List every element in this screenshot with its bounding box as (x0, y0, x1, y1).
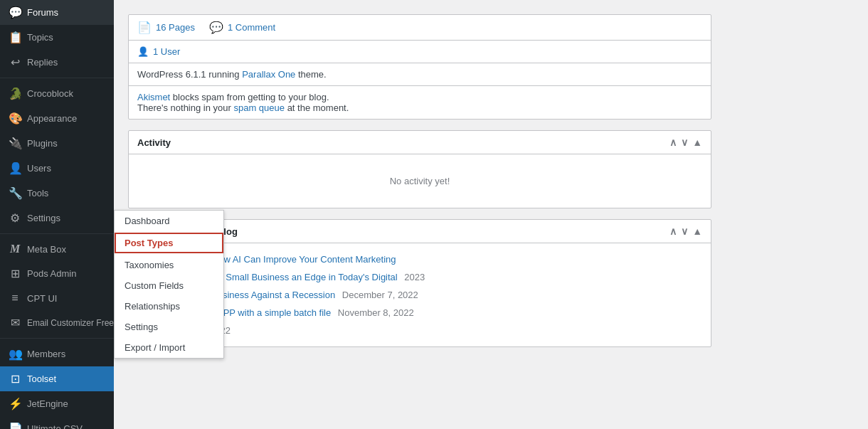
close-icon[interactable]: ▲ (692, 137, 702, 148)
no-activity-message: No activity yet! (129, 154, 711, 208)
sidebar-item-appearance[interactable]: 🎨 Appearance (0, 106, 114, 131)
akismet-info: Akismet blocks spam from getting to your… (129, 86, 711, 119)
users-icon: 👤 (9, 161, 21, 175)
sidebar-item-label: Email Customizer Free (27, 318, 114, 328)
sidebar-item-label: Pods Admin (27, 268, 76, 279)
toolset-icon: ⊡ (9, 372, 21, 386)
sidebar-item-toolset[interactable]: ⊡ Toolset (0, 366, 114, 391)
sidebar-item-label: Topics (27, 32, 53, 43)
sidebar-item-users[interactable]: 👤 Users (0, 156, 114, 181)
sidebar-item-podsadmin[interactable]: ⊞ Pods Admin (0, 261, 114, 286)
members-icon: 👥 (9, 347, 21, 361)
collapse-up-icon[interactable]: ∧ (669, 137, 677, 148)
right-panel (726, 0, 868, 429)
sidebar-item-label: Replies (27, 57, 58, 68)
spam-queue-link[interactable]: spam queue (233, 102, 285, 113)
sidebar-item-label: Members (27, 349, 65, 359)
sidebar-item-metabox[interactable]: M Meta Box (0, 237, 114, 261)
at-glance-card: 📄 16 Pages 💬 1 Comment 👤 1 User WordPres… (128, 14, 711, 120)
dropdown-item-dashboard[interactable]: Dashboard (115, 211, 223, 231)
sidebar-item-label: CPT UI (27, 293, 57, 304)
sidebar-item-label: JetEngine (27, 398, 68, 409)
forums-icon: 💬 (9, 6, 21, 19)
theme-link[interactable]: Parallax One (242, 69, 295, 80)
dropdown-item-settings[interactable]: Settings (115, 317, 223, 337)
activity-card-header: Activity ∧ ∨ ▲ (129, 131, 711, 154)
sidebar-item-label: Ultimate CSV (27, 423, 83, 429)
emailcustomizer-icon: ✉ (9, 316, 21, 329)
crocoblock-icon: 🐊 (9, 87, 21, 100)
wp-info: WordPress 6.1.1 running Parallax One the… (129, 63, 711, 85)
settings-icon: ⚙ (9, 211, 21, 225)
sidebar-item-crocoblock[interactable]: 🐊 Crocoblock (0, 81, 114, 106)
sidebar-item-settings[interactable]: ⚙ Settings (0, 206, 114, 231)
sidebar-item-label: Meta Box (27, 244, 66, 255)
sidebar-item-label: Tools (27, 188, 48, 198)
collapse-down-icon[interactable]: ∨ (681, 226, 688, 237)
sidebar-item-label: Settings (27, 213, 60, 223)
sidebar-item-plugins[interactable]: 🔌 Plugins (0, 131, 114, 156)
sidebar-item-label: Appearance (27, 113, 77, 124)
sidebar-item-label: Toolset (27, 374, 56, 384)
dropdown-item-relationships[interactable]: Relationships (115, 296, 223, 317)
collapse-down-icon[interactable]: ∨ (681, 137, 688, 148)
blog-card-actions: ∧ ∨ ▲ (669, 226, 702, 237)
sidebar: 💬 Forums 📋 Topics ↩ Replies 🐊 Crocoblock… (0, 0, 114, 429)
topics-icon: 📋 (9, 31, 21, 44)
appearance-icon: 🎨 (9, 112, 21, 125)
pages-icon: 📄 (137, 21, 152, 34)
pages-count[interactable]: 📄 16 Pages (137, 21, 195, 34)
plugins-icon: 🔌 (9, 137, 21, 150)
replies-icon: ↩ (9, 55, 21, 69)
toolset-dropdown-menu: Dashboard Post Types Taxonomies Custom F… (114, 210, 224, 359)
dropdown-item-post-types[interactable]: Post Types (115, 233, 223, 253)
sidebar-item-jetengine[interactable]: ⚡ JetEngine (0, 391, 114, 416)
at-glance-items: 📄 16 Pages 💬 1 Comment (129, 15, 711, 40)
comments-icon: 💬 (209, 21, 223, 34)
user-icon: 👤 (137, 46, 149, 57)
dropdown-item-export-import[interactable]: Export / Import (115, 337, 223, 358)
sidebar-item-label: Plugins (27, 138, 58, 149)
ultimatecsv-icon: 📄 (9, 422, 21, 429)
sidebar-item-label: Crocoblock (27, 88, 73, 99)
dropdown-item-taxonomies[interactable]: Taxonomies (115, 255, 223, 275)
sidebar-item-ultimatecsv[interactable]: 📄 Ultimate CSV (0, 416, 114, 429)
sidebar-item-label: Forums (27, 7, 58, 18)
user-count[interactable]: 👤 1 User (129, 41, 711, 63)
dropdown-item-custom-fields[interactable]: Custom Fields (115, 275, 223, 296)
user-link[interactable]: 1 User (153, 46, 180, 57)
sidebar-item-label: Users (27, 163, 51, 174)
metabox-icon: M (9, 243, 21, 255)
pages-link[interactable]: 16 Pages (156, 22, 195, 33)
close-icon[interactable]: ▲ (692, 226, 702, 237)
sidebar-item-topics[interactable]: 📋 Topics (0, 25, 114, 50)
podsadmin-icon: ⊞ (9, 267, 21, 280)
sidebar-item-members[interactable]: 👥 Members (0, 341, 114, 366)
collapse-up-icon[interactable]: ∧ (669, 226, 677, 237)
akismet-link[interactable]: Akismet (137, 92, 170, 102)
comments-count[interactable]: 💬 1 Comment (209, 21, 275, 34)
sidebar-item-replies[interactable]: ↩ Replies (0, 50, 114, 75)
cptui-icon: ≡ (9, 292, 21, 304)
activity-card: Activity ∧ ∨ ▲ No activity yet! (128, 130, 711, 208)
sidebar-item-forums[interactable]: 💬 Forums (0, 0, 114, 25)
comments-link[interactable]: 1 Comment (228, 22, 275, 33)
sidebar-item-cptui[interactable]: ≡ CPT UI (0, 286, 114, 310)
activity-title: Activity (137, 137, 171, 148)
card-header-actions: ∧ ∨ ▲ (669, 137, 702, 148)
tools-icon: 🔧 (9, 186, 21, 200)
sidebar-item-tools[interactable]: 🔧 Tools (0, 181, 114, 206)
jetengine-icon: ⚡ (9, 397, 21, 411)
sidebar-item-emailcustomizer[interactable]: ✉ Email Customizer Free (0, 310, 114, 335)
